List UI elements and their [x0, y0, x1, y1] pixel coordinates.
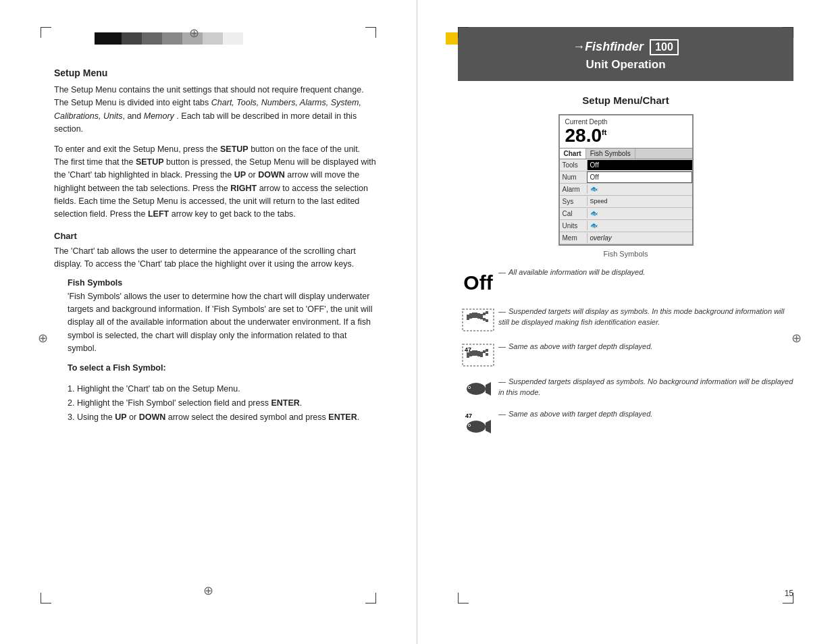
device-row-sys: Sys Speed [560, 196, 692, 208]
svg-rect-14 [483, 318, 486, 321]
crosshair-bottom-left: ⊕ [203, 583, 213, 598]
fish-entry-solid-no-num: —Suspended targets displayed as symbols.… [458, 377, 793, 400]
fish-entry-dotted-no-num: —Suspended targets will display as symbo… [458, 306, 793, 332]
fish-icon-dotted-no-num [458, 306, 498, 332]
device-menu-rows: Tools Off Num Off Alarm 🐟 Sys Speed Cal [560, 159, 692, 244]
crosshair-left-mid: ⊕ [38, 331, 48, 346]
fish-entry-dotted-num: 47 — [458, 342, 793, 367]
svg-rect-19 [467, 352, 469, 355]
corner-tr [365, 27, 376, 38]
svg-rect-9 [472, 315, 475, 318]
svg-text:47: 47 [465, 412, 472, 419]
device-row-units: Units 🐟 [560, 220, 692, 232]
right-header: →Fishfinder 100 Unit Operation [458, 27, 793, 81]
svg-rect-30 [472, 353, 475, 356]
corner-bl [41, 593, 51, 603]
svg-rect-20 [469, 351, 472, 354]
svg-rect-12 [480, 317, 483, 319]
fish-desc-solid-no-num: —Suspended targets displayed as symbols.… [498, 377, 793, 398]
corner-bl-right [458, 593, 469, 603]
corner-tl [41, 27, 51, 38]
fish-svg-dotted [461, 308, 495, 332]
fish-desc-dotted-no-num: —Suspended targets will display as symbo… [498, 306, 793, 328]
corner-br [365, 593, 376, 603]
device-row-mem: Mem overlay [560, 232, 692, 244]
fish-icon-dotted-num: 47 [458, 342, 498, 367]
setup-menu-heading: Setup Menu [54, 68, 376, 78]
fish-desc-solid-num: —Same as above with target depth display… [498, 409, 793, 420]
unit-operation-title: Unit Operation [471, 58, 780, 72]
step-1: 1. Highlight the 'Chart' tab on the Setu… [68, 382, 376, 396]
svg-rect-29 [469, 354, 472, 356]
fishfinder-logo: →Fishfinder 100 [471, 39, 780, 55]
svg-rect-32 [477, 354, 480, 356]
svg-point-42 [469, 425, 470, 426]
svg-point-34 [467, 383, 486, 395]
svg-rect-28 [467, 355, 469, 358]
corner-tl-right [458, 27, 469, 38]
select-fish-label: To select a Fish Symbol: [68, 362, 376, 375]
device-screen: Current Depth 28.0ft Chart Fish Symbols … [558, 114, 694, 246]
device-row-tools: Tools Off [560, 159, 692, 171]
fish-entry-solid-num: 47 —Same as above with target depth disp… [458, 409, 793, 435]
svg-point-37 [469, 387, 470, 388]
svg-rect-27 [486, 353, 488, 356]
fish-icon-off: Off [458, 267, 498, 297]
fish-desc-off: —All available information will be displ… [498, 267, 793, 278]
device-row-alarm: Alarm 🐟 [560, 184, 692, 196]
fish-icon-solid-no-num [458, 377, 498, 400]
svg-rect-26 [486, 349, 488, 352]
depth-value: 28.0ft [565, 126, 687, 146]
svg-rect-11 [477, 316, 480, 319]
svg-rect-2 [469, 313, 472, 316]
svg-rect-10 [475, 315, 477, 318]
svg-rect-25 [483, 350, 486, 353]
svg-point-39 [467, 421, 486, 433]
chart-heading: Chart [54, 231, 376, 241]
fish-symbols-device-label: Fish Symbols [458, 250, 793, 258]
svg-rect-5 [477, 313, 480, 316]
setup-menu-para2: To enter and exit the Setup Menu, press … [54, 143, 376, 221]
fish-symbols-heading: Fish Symbols [68, 278, 376, 288]
svg-rect-7 [467, 317, 469, 320]
device-row-cal: Cal 🐟 [560, 208, 692, 220]
svg-rect-1 [467, 315, 469, 317]
device-tabs: Chart Fish Symbols [560, 149, 692, 159]
crosshair-right-mid: ⊕ [791, 331, 802, 346]
svg-rect-6 [480, 314, 483, 317]
fish-svg-solid-num: 47 [463, 410, 494, 435]
fish-svg-dotted-num: 47 [461, 343, 495, 367]
corner-tr-right [783, 27, 793, 38]
device-row-num: Num Off [560, 171, 692, 184]
left-content: Setup Menu The Setup Menu contains the u… [54, 68, 376, 425]
step-3: 3. Using the UP or DOWN arrow select the… [68, 410, 376, 425]
fish-icon-solid-num: 47 [458, 409, 498, 435]
svg-rect-22 [475, 350, 477, 353]
svg-rect-4 [475, 313, 477, 315]
page-number: 15 [785, 589, 793, 598]
right-page: ⊕ →Fishfinder 100 Unit Operation Setup M… [417, 0, 834, 644]
device-tab-fish: Fish Symbols [586, 149, 635, 159]
device-tab-chart: Chart [560, 149, 586, 159]
setup-menu-para1: The Setup Menu contains the unit setting… [54, 84, 376, 136]
fish-entry-off: Off —All available information will be d… [458, 267, 793, 297]
svg-rect-8 [469, 316, 472, 319]
page-container: ⊕ Setup Menu The Setup Menu contains the… [0, 0, 834, 644]
fish-steps: 1. Highlight the 'Chart' tab on the Setu… [68, 382, 376, 425]
svg-rect-3 [472, 313, 475, 315]
svg-rect-24 [480, 352, 483, 354]
svg-marker-40 [486, 420, 491, 433]
step-2: 2. Highlight the 'Fish Symbol' selection… [68, 396, 376, 410]
svg-rect-21 [472, 350, 475, 353]
model-box: 100 [650, 39, 679, 55]
fish-symbols-para1: 'Fish Symbols' allows the user to determ… [68, 290, 376, 356]
fish-desc-dotted-num: —Same as above with target depth display… [498, 342, 793, 352]
svg-rect-31 [475, 353, 477, 356]
svg-rect-13 [483, 313, 486, 315]
device-depth-section: Current Depth 28.0ft [560, 115, 692, 149]
svg-marker-35 [486, 382, 491, 396]
svg-rect-15 [486, 311, 488, 314]
left-page: ⊕ Setup Menu The Setup Menu contains the… [0, 0, 417, 644]
svg-rect-16 [486, 319, 488, 322]
svg-rect-33 [480, 354, 483, 357]
